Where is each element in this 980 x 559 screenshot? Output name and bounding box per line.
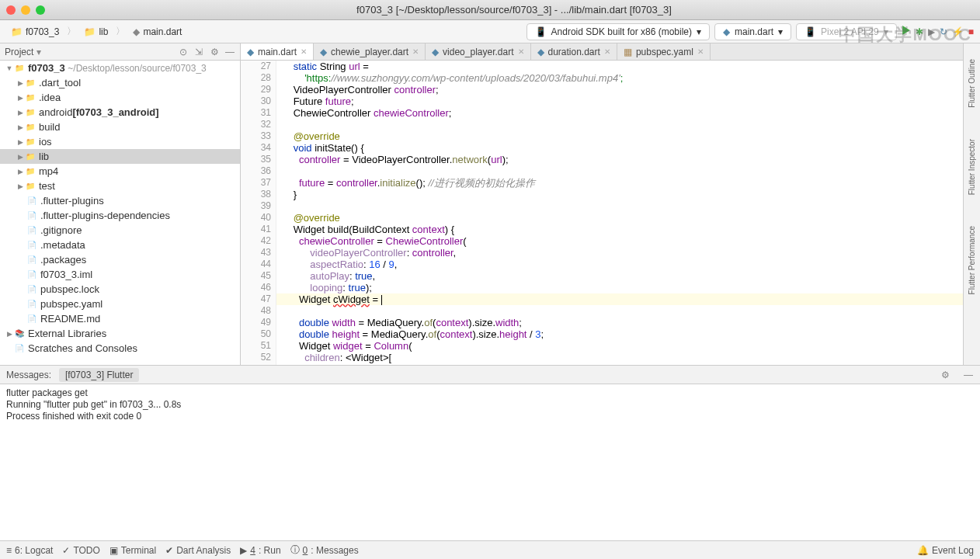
project-tool-window: Project ▾ ⊙ ⇲ ⚙ — ▼📁f0703_3 ~/Desktop/le… — [0, 43, 241, 365]
messages-settings-icon[interactable]: ⚙ — [940, 370, 950, 380]
minimize-window-button[interactable] — [21, 5, 30, 15]
expand-icon[interactable]: ⇲ — [193, 47, 204, 57]
messages-context-tab[interactable]: [f0703_3] Flutter — [59, 368, 139, 382]
window-title: f0703_3 [~/Desktop/lesson/source/f0703_3… — [54, 4, 974, 16]
tab-video-player[interactable]: ◆video_player.dart✕ — [426, 43, 530, 60]
breadcrumb-project[interactable]: 📁f0703_3 — [6, 25, 64, 39]
dart-analysis-tab[interactable]: ✔ Dart Analysis — [165, 545, 231, 556]
tree-root: ▼📁f0703_3 ~/Desktop/lesson/source/f0703_… — [0, 61, 240, 75]
logcat-tab[interactable]: ≡ 6: Logcat — [6, 545, 53, 556]
close-tab-icon[interactable]: ✕ — [301, 47, 307, 56]
tab-chewie-player[interactable]: ◆chewie_player.dart✕ — [314, 43, 426, 60]
breadcrumb-file[interactable]: ◆main.dart — [128, 25, 186, 39]
tree-lib-folder: ▶📁lib — [0, 149, 240, 164]
terminal-tab[interactable]: ▣ Terminal — [109, 545, 156, 556]
event-log-tab[interactable]: 🔔 Event Log — [917, 545, 974, 556]
run-tab[interactable]: ▶ 4: Run — [240, 545, 280, 556]
breadcrumb-toolbar: 📁f0703_3 〉 📁lib 〉 ◆main.dart 📱Android SD… — [0, 20, 980, 43]
messages-hide-icon[interactable]: — — [963, 370, 974, 380]
messages-panel: Messages: [f0703_3] Flutter ⚙ — flutter … — [0, 365, 980, 540]
close-window-button[interactable] — [6, 5, 16, 15]
flutter-inspector-tab[interactable]: Flutter Inspector — [968, 139, 976, 195]
editor-panel: ◆main.dart✕ ◆chewie_player.dart✕ ◆video_… — [241, 43, 963, 365]
title-bar: f0703_3 [~/Desktop/lesson/source/f0703_3… — [0, 0, 980, 20]
editor-gutter[interactable]: 2728293031323334353637383940414243444546… — [241, 61, 276, 365]
messages-label: Messages: — [6, 370, 51, 380]
tab-duration[interactable]: ◆duration.dart✕ — [531, 43, 617, 60]
flutter-outline-tab[interactable]: Flutter Outline — [968, 59, 976, 108]
right-tool-rail: Flutter Outline Flutter Inspector Flutte… — [963, 43, 980, 365]
tab-pubspec[interactable]: ▦pubspec.yaml✕ — [617, 43, 711, 60]
watermark-text: 中国大学MOOC — [839, 23, 972, 47]
project-panel-title[interactable]: Project — [5, 47, 33, 57]
maximize-window-button[interactable] — [36, 5, 45, 15]
hide-icon[interactable]: — — [224, 47, 235, 57]
flutter-performance-tab[interactable]: Flutter Performance — [968, 226, 976, 294]
messages-output[interactable]: flutter packages getRunning "flutter pub… — [0, 384, 980, 540]
code-editor[interactable]: static String url = 'https://www.suzhong… — [276, 61, 963, 365]
breadcrumb-folder[interactable]: 📁lib — [79, 25, 113, 39]
device-selector[interactable]: 📱Android SDK built for x86 (mobile)▾ — [526, 23, 710, 40]
settings-icon[interactable]: ⚙ — [209, 47, 220, 57]
todo-tab[interactable]: ✓ TODO — [62, 545, 99, 556]
tab-main-dart[interactable]: ◆main.dart✕ — [241, 43, 314, 60]
bottom-tool-bar: ≡ 6: Logcat ✓ TODO ▣ Terminal ✔ Dart Ana… — [0, 540, 980, 559]
project-tree[interactable]: ▼📁f0703_3 ~/Desktop/lesson/source/f0703_… — [0, 61, 240, 356]
locate-icon[interactable]: ⊙ — [178, 47, 189, 57]
messages-tab[interactable]: ⓘ 0: Messages — [290, 543, 359, 557]
run-config-selector[interactable]: ◆main.dart▾ — [714, 23, 791, 40]
